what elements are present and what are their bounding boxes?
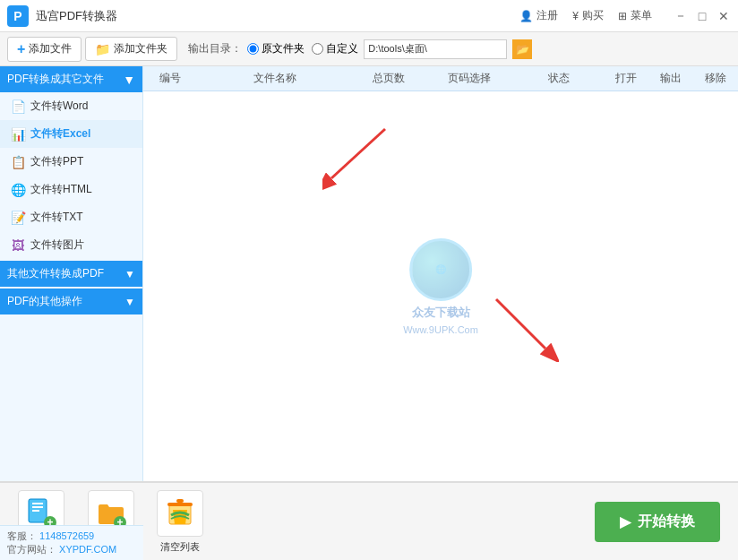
menu-btn[interactable]: ⊞ 菜单 [618,8,652,23]
register-label: 注册 [536,8,558,23]
radio-original-label: 原文件夹 [262,41,305,56]
sidebar-item-html-label: 文件转HTML [30,182,92,197]
window-controls: － □ ✕ [674,9,731,23]
content-body: 🌐 众友下载站 Www.9UPK.Com [143,91,738,481]
sidebar-item-word-label: 文件转Word [30,99,88,114]
app-logo: P [7,5,29,27]
grid-icon: ⊞ [618,10,627,22]
add-file-icon: + [17,41,25,57]
brand-text-1: 众友下载站 [412,305,470,321]
website-info: 官方网站： XYPDF.COM [7,543,136,556]
sidebar-item-ppt-label: 文件转PPT [30,154,83,169]
brand-text-2: Www.9UPK.Com [403,324,478,335]
user-icon: 👤 [519,10,533,22]
minimize-btn[interactable]: － [674,9,688,23]
radio-original[interactable]: 原文件夹 [247,41,305,56]
brand-watermark: 🌐 众友下载站 Www.9UPK.Com [403,238,478,335]
sidebar-section-1[interactable]: PDF转换成其它文件 ▼ [0,66,142,92]
sidebar-section-3-label: PDF的其他操作 [7,294,82,309]
img-icon: 🖼 [11,238,25,253]
start-convert-label: 开始转换 [638,513,695,531]
col-header-name: 文件名称 [197,71,353,86]
output-label: 输出目录： [188,41,242,56]
globe-inner: 🌐 [435,264,446,274]
sidebar: PDF转换成其它文件 ▼ 📄 文件转Word 📊 文件转Excel 📋 文件转P… [0,66,143,481]
clear-list-label: 清空列表 [160,540,200,554]
radio-group: 原文件夹 自定义 [247,41,358,56]
app-title: 迅宫PDF转换器 [36,8,117,24]
folder-open-icon: 📂 [516,43,529,56]
add-folder-label: 添加文件夹 [114,41,167,56]
buy-btn[interactable]: ¥ 购买 [572,8,604,23]
sidebar-section-3[interactable]: PDF的其他操作 ▼ [0,289,142,314]
customer-link[interactable]: 1148572659 [39,530,94,541]
sidebar-item-excel-label: 文件转Excel [30,126,90,142]
svg-rect-6 [32,506,43,508]
col-header-pagesel: 页码选择 [425,71,514,86]
html-icon: 🌐 [11,183,25,197]
col-header-num: 编号 [143,71,197,86]
sidebar-item-img[interactable]: 🖼 文件转图片 [0,231,142,259]
register-btn[interactable]: 👤 注册 [519,8,558,23]
txt-icon: 📝 [11,211,25,225]
chevron-down-icon: ▼ [123,73,135,87]
buy-label: 购买 [582,8,604,23]
title-bar: P 迅宫PDF转换器 👤 注册 ¥ 购买 ⊞ 菜单 － □ ✕ [0,0,738,32]
toolbar: + 添加文件 📁 添加文件夹 输出目录： 原文件夹 自定义 📂 [0,32,738,66]
sidebar-item-txt[interactable]: 📝 文件转TXT [0,203,142,231]
excel-icon: 📊 [11,127,25,142]
brand-globe: 🌐 [409,238,472,301]
sidebar-item-txt-label: 文件转TXT [30,210,83,225]
sidebar-section-1-label: PDF转换成其它文件 [7,72,104,87]
ppt-icon: 📋 [11,155,25,169]
col-header-status: 状态 [514,71,604,86]
website-link[interactable]: XYPDF.COM [59,544,116,555]
browse-folder-btn[interactable]: 📂 [512,39,532,59]
yen-icon: ¥ [572,10,579,22]
sidebar-section-2[interactable]: 其他文件转换成PDF ▼ [0,261,142,287]
radio-custom[interactable]: 自定义 [312,41,358,56]
sidebar-item-ppt[interactable]: 📋 文件转PPT [0,148,142,176]
output-section: 输出目录： 原文件夹 自定义 📂 [188,39,532,59]
svg-rect-7 [32,510,39,512]
clear-list-icon [157,490,203,537]
menu-label: 菜单 [631,8,652,23]
chevron-down-icon-2: ▼ [124,268,135,280]
customer-service: 客服： 1148572659 [7,530,136,543]
add-file-label: 添加文件 [29,41,72,56]
content-area: 编号 文件名称 总页数 页码选择 状态 打开 输出 移除 🌐 众友下载站 Www… [143,66,738,481]
col-header-open: 打开 [604,71,648,86]
add-folder-btn[interactable]: 📁 添加文件夹 [85,37,177,61]
customer-label: 客服： [7,530,37,541]
word-icon: 📄 [11,99,25,114]
svg-rect-13 [167,503,193,506]
add-file-btn[interactable]: + 添加文件 [7,37,82,62]
col-header-pages: 总页数 [353,71,425,86]
website-label: 官方网站： [7,544,56,555]
folder-icon: 📁 [95,42,110,56]
sidebar-item-img-label: 文件转图片 [30,237,84,253]
svg-rect-5 [32,503,43,504]
col-header-remove: 移除 [693,71,738,86]
col-header-output: 输出 [648,71,693,86]
title-bar-left: P 迅宫PDF转换器 [7,5,117,27]
sidebar-item-word[interactable]: 📄 文件转Word [0,92,142,120]
sidebar-item-excel[interactable]: 📊 文件转Excel [0,120,142,148]
maximize-btn[interactable]: □ [695,9,709,23]
sidebar-item-html[interactable]: 🌐 文件转HTML [0,176,142,203]
title-bar-right: 👤 注册 ¥ 购买 ⊞ 菜单 － □ ✕ [519,8,731,23]
clear-list-btn[interactable]: 清空列表 [157,490,203,554]
output-path-input[interactable] [364,39,507,59]
radio-custom-label: 自定义 [326,41,358,56]
play-icon: ▶ [620,513,631,530]
start-convert-btn[interactable]: ▶ 开始转换 [595,502,720,542]
close-btn[interactable]: ✕ [717,9,731,23]
main-layout: PDF转换成其它文件 ▼ 📄 文件转Word 📊 文件转Excel 📋 文件转P… [0,66,738,481]
chevron-down-icon-3: ▼ [124,296,135,308]
sidebar-section-2-label: 其他文件转换成PDF [7,266,104,281]
svg-rect-14 [176,499,184,503]
table-header: 编号 文件名称 总页数 页码选择 状态 打开 输出 移除 [143,66,738,91]
